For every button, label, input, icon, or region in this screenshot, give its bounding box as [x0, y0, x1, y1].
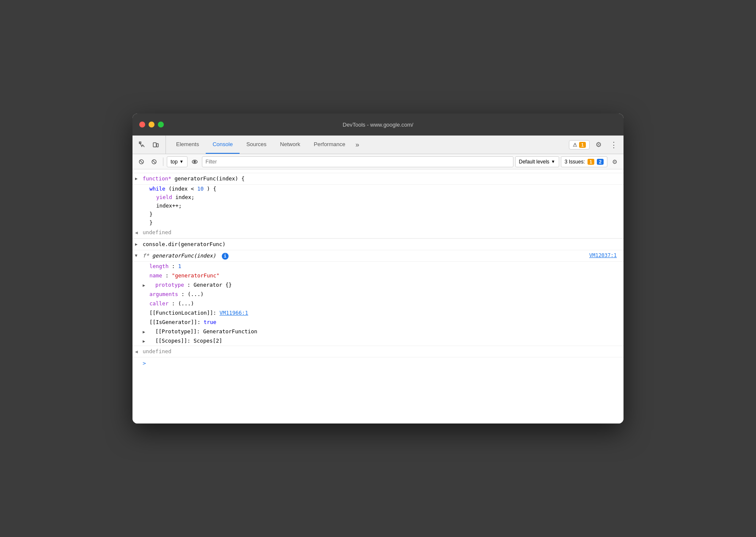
list-item: while (index < 10 ) {: [149, 185, 620, 193]
info-icon[interactable]: i: [222, 253, 229, 260]
clear-console-button[interactable]: [136, 156, 147, 167]
console-settings-button[interactable]: ⚙: [609, 156, 620, 167]
titlebar: DevTools - www.google.com/: [132, 113, 624, 136]
log-levels-button[interactable]: Default levels ▼: [515, 156, 559, 167]
function-location-link[interactable]: VM11966:1: [220, 310, 248, 316]
issues-badge[interactable]: ⚠ 1: [569, 140, 590, 149]
expand-arrow[interactable]: ▶: [135, 175, 138, 182]
code-expanded: while (index < 10 ) { yield index; index…: [132, 185, 624, 227]
issues-text: ⚠: [573, 142, 577, 148]
list-item: length : 1: [132, 262, 624, 271]
console-issues-warn: 1: [588, 159, 594, 165]
svg-rect-1: [153, 143, 156, 147]
issues-warn-count: 1: [579, 142, 586, 148]
filter-input[interactable]: [202, 156, 513, 167]
code-block: console.dir(generatorFunc): [143, 240, 620, 249]
svg-line-4: [140, 161, 143, 163]
tab-elements[interactable]: Elements: [169, 136, 206, 154]
list-item: ◀ undefined: [132, 346, 624, 357]
chevron-down-icon: ▼: [551, 159, 555, 164]
list-item: name : "generatorFunc": [132, 271, 624, 280]
expand-arrow[interactable]: ▶: [133, 255, 140, 257]
tab-sources[interactable]: Sources: [240, 136, 273, 154]
close-button[interactable]: [139, 122, 145, 127]
tab-network[interactable]: Network: [273, 136, 307, 154]
device-toolbar-button[interactable]: [149, 138, 162, 151]
vm-link[interactable]: VM12037:1: [589, 252, 620, 260]
svg-line-6: [153, 160, 156, 163]
block-button[interactable]: [149, 156, 160, 167]
inspect-element-button[interactable]: [136, 138, 149, 151]
tabs: Elements Console Sources Network Perform…: [169, 136, 569, 154]
console-prompt: >: [132, 357, 624, 370]
traffic-lights: [139, 122, 164, 127]
tab-console[interactable]: Console: [206, 136, 240, 154]
console-toolbar: top ▼ Default levels ▼ 3 Issues: 1 2 ⚙: [132, 154, 624, 169]
list-item: ▶ function* generatorFunc(index) {: [132, 173, 624, 185]
list-item: arguments : (...): [132, 290, 624, 299]
list-item: caller : (...): [132, 299, 624, 308]
context-selector[interactable]: top ▼: [167, 156, 188, 167]
list-item: ◀ undefined: [132, 227, 624, 238]
list-item: ▶ [[Prototype]]: GeneratorFunction: [132, 327, 624, 336]
eye-button[interactable]: [189, 156, 200, 167]
list-item: index++;: [149, 202, 620, 210]
list-item: [[FunctionLocation]]: VM11966:1: [132, 308, 624, 318]
toolbar-right: ⚠ 1 ⚙ ⋮: [569, 136, 620, 154]
list-item: }: [149, 210, 620, 219]
main-toolbar: Elements Console Sources Network Perform…: [132, 136, 624, 154]
list-item: ▶ console.dir(generatorFunc): [132, 238, 624, 250]
object-header: f* generatorFunc(index) i VM12037:1: [143, 252, 620, 260]
more-tabs-button[interactable]: »: [352, 136, 363, 154]
code-block: function* generatorFunc(index) {: [143, 174, 620, 183]
tab-performance[interactable]: Performance: [307, 136, 352, 154]
result-arrow-2: ◀: [135, 348, 138, 356]
expand-arrow[interactable]: ▶: [143, 282, 145, 289]
window-title: DevTools - www.google.com/: [343, 122, 414, 128]
object-properties: length : 1 name : "generatorFunc" ▶ prot…: [132, 262, 624, 346]
expand-arrow[interactable]: ▶: [143, 329, 145, 335]
toolbar-icons: [136, 136, 166, 154]
chevron-down-icon: ▼: [179, 159, 184, 164]
list-item: [[IsGenerator]]: true: [132, 318, 624, 327]
devtools-window: DevTools - www.google.com/ Elements: [132, 113, 624, 424]
list-item: ▶ [[Scopes]]: Scopes[2]: [132, 336, 624, 346]
list-item: ▶ f* generatorFunc(index) i VM12037:1: [132, 250, 624, 262]
console-issues-info: 2: [597, 159, 604, 165]
svg-point-8: [194, 161, 196, 163]
svg-rect-2: [157, 144, 158, 147]
list-item: }: [149, 219, 620, 227]
console-issues-button[interactable]: 3 Issues: 1 2: [561, 156, 607, 167]
maximize-button[interactable]: [158, 122, 164, 127]
divider: [163, 158, 163, 166]
list-item: ▶ prototype : Generator {}: [132, 280, 624, 290]
expand-arrow[interactable]: ▶: [143, 338, 145, 345]
expand-arrow[interactable]: ▶: [135, 241, 138, 248]
result-arrow: ◀: [135, 229, 138, 237]
list-item: yield index;: [149, 193, 620, 202]
console-output: ▶ function* generatorFunc(index) { while…: [132, 169, 624, 424]
more-options-button[interactable]: ⋮: [607, 138, 620, 151]
settings-button[interactable]: ⚙: [592, 138, 605, 151]
keyword-function: function*: [143, 175, 171, 182]
minimize-button[interactable]: [149, 122, 155, 127]
